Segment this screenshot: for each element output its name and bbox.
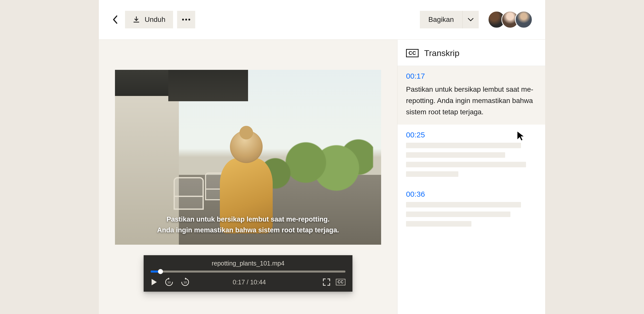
more-button[interactable] [177, 11, 195, 28]
share-label: Bagikan [428, 16, 454, 24]
share-button-group: Bagikan [420, 11, 479, 28]
segment-timestamp[interactable]: 00:25 [406, 131, 537, 139]
transcript-title: Transkrip [424, 48, 459, 58]
video-filename: repotting_plants_101.mp4 [151, 260, 345, 267]
transcript-segment[interactable]: 00:36 [397, 184, 545, 234]
segment-timestamp[interactable]: 00:36 [406, 190, 537, 198]
player-controls: repotting_plants_101.mp4 [144, 255, 352, 292]
transcript-segment[interactable]: 00:17 Pastikan untuk bersikap lembut saa… [397, 66, 545, 125]
fullscreen-button[interactable] [323, 278, 330, 286]
avatar[interactable] [515, 11, 533, 28]
cc-icon: CC [406, 49, 419, 57]
svg-point-1 [185, 19, 187, 20]
svg-point-0 [182, 19, 184, 20]
download-label: Unduh [145, 16, 166, 24]
transcript-header: CC Transkrip [397, 40, 545, 66]
segment-timestamp[interactable]: 00:17 [406, 72, 537, 80]
rewind-10-button[interactable]: 10 [164, 278, 174, 287]
collaborator-avatars [488, 11, 533, 28]
segment-skeleton [406, 202, 537, 227]
header-bar: Unduh Bagikan [99, 0, 545, 40]
transcript-panel: CC Transkrip 00:17 Pastikan untuk bersik… [397, 40, 545, 314]
svg-point-2 [188, 19, 190, 20]
current-time: 0:17 [233, 279, 245, 286]
download-icon [133, 16, 140, 23]
chevron-left-icon [112, 15, 118, 24]
fullscreen-icon [323, 278, 330, 286]
cc-icon: CC [336, 279, 345, 285]
segment-skeleton [406, 143, 537, 177]
caption-line: Pastikan untuk bersikap lembut saat me-r… [125, 214, 371, 225]
svg-text:10: 10 [168, 281, 171, 284]
forward-10-button[interactable]: 10 [180, 278, 190, 287]
app-window: Unduh Bagikan [99, 0, 545, 314]
back-button[interactable] [109, 14, 121, 26]
cc-button[interactable]: CC [336, 278, 345, 286]
play-button[interactable] [151, 278, 158, 286]
video-caption: Pastikan untuk bersikap lembut saat me-r… [115, 214, 381, 236]
transcript-segment[interactable]: 00:25 [397, 125, 545, 184]
forward-10-icon: 10 [180, 278, 190, 287]
svg-text:10: 10 [184, 281, 187, 284]
share-dropdown-button[interactable] [463, 11, 479, 28]
download-button[interactable]: Unduh [125, 11, 173, 28]
chevron-down-icon [468, 18, 474, 22]
scrub-bar[interactable] [151, 271, 345, 273]
main-area: Pastikan untuk bersikap lembut saat me-r… [99, 40, 545, 314]
play-icon [151, 278, 158, 286]
scrub-thumb[interactable] [158, 269, 163, 274]
share-button[interactable]: Bagikan [420, 11, 463, 28]
duration: 10:44 [250, 279, 266, 286]
caption-line: Anda ingin memastikan bahwa sistem root … [125, 225, 371, 236]
time-display: 0:17 / 10:44 [233, 279, 266, 286]
video-pane: Pastikan untuk bersikap lembut saat me-r… [99, 40, 397, 314]
segment-text: Pastikan untuk bersikap lembut saat me-r… [406, 84, 537, 118]
rewind-10-icon: 10 [164, 278, 174, 287]
more-horizontal-icon [182, 18, 190, 21]
video-player[interactable]: Pastikan untuk bersikap lembut saat me-r… [115, 70, 381, 245]
